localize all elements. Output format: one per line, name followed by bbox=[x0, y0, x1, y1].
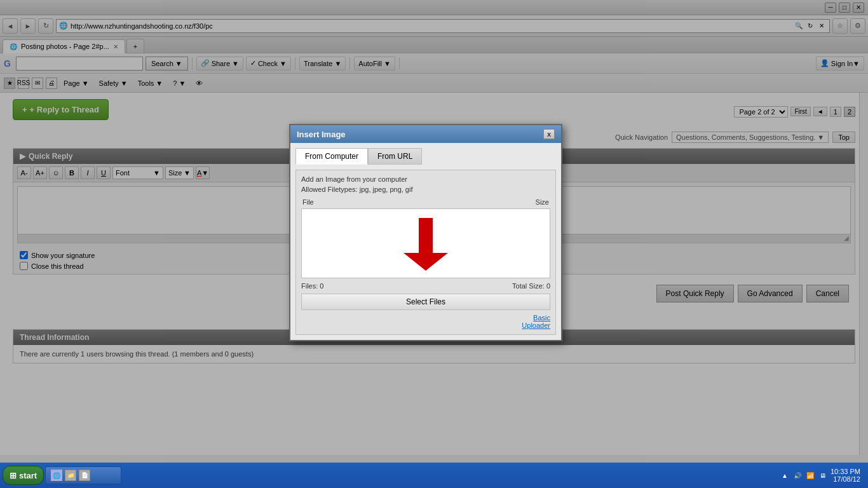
insert-image-modal: Insert Image x From Computer From URL Ad… bbox=[289, 124, 562, 341]
network-icon[interactable]: 📶 bbox=[805, 470, 815, 480]
modal-title: Insert Image bbox=[297, 130, 346, 139]
size-col-header: Size bbox=[536, 198, 549, 206]
red-arrow-svg bbox=[403, 215, 448, 272]
clock: 10:33 PM 17/08/12 bbox=[831, 468, 860, 483]
date: 17/08/12 bbox=[831, 475, 860, 483]
total-size: Total Size: 0 bbox=[512, 282, 550, 290]
modal-body: From Computer From URL Add an Image from… bbox=[290, 143, 561, 340]
file-drop-area[interactable] bbox=[301, 208, 550, 278]
time: 10:33 PM bbox=[831, 468, 860, 475]
file-table-header: File Size bbox=[301, 198, 550, 206]
ie-taskbar-button[interactable]: 🌐 📁 📄 bbox=[45, 466, 121, 484]
red-arrow-indicator bbox=[403, 215, 448, 272]
modal-tabs: From Computer From URL bbox=[295, 148, 556, 165]
start-label: start bbox=[19, 471, 37, 480]
doc-taskbar-icon: 📄 bbox=[79, 470, 90, 481]
from-url-tab[interactable]: From URL bbox=[368, 148, 422, 165]
windows-icon: ⊞ bbox=[10, 471, 17, 480]
from-computer-tab[interactable]: From Computer bbox=[295, 148, 368, 165]
modal-content-area: Add an Image from your computer Allowed … bbox=[295, 170, 556, 335]
file-col-header: File bbox=[302, 198, 314, 206]
modal-desc2: Allowed Filetypes: jpg, jpeg, png, gif bbox=[301, 186, 550, 193]
modal-close-button[interactable]: x bbox=[543, 129, 555, 139]
select-files-button[interactable]: Select Files bbox=[301, 294, 550, 310]
start-button[interactable]: ⊞ start bbox=[3, 466, 44, 485]
tray-arrow-icon[interactable]: ▲ bbox=[780, 470, 790, 480]
system-tray: ▲ 🔊 📶 🖥 10:33 PM 17/08/12 bbox=[775, 468, 865, 483]
modal-overlay: Insert Image x From Computer From URL Ad… bbox=[0, 0, 868, 488]
svg-rect-0 bbox=[419, 218, 433, 253]
file-footer: Files: 0 Total Size: 0 bbox=[301, 282, 550, 290]
ie-icon: 🌐 bbox=[51, 470, 62, 481]
folder-taskbar-icon: 📁 bbox=[65, 470, 76, 481]
monitor-icon[interactable]: 🖥 bbox=[818, 470, 828, 480]
svg-marker-1 bbox=[403, 253, 448, 271]
modal-title-bar: Insert Image x bbox=[290, 125, 561, 143]
files-count: Files: 0 bbox=[301, 282, 323, 290]
volume-icon[interactable]: 🔊 bbox=[792, 470, 803, 480]
modal-desc1: Add an Image from your computer bbox=[301, 175, 550, 183]
taskbar: ⊞ start 🌐 📁 📄 ▲ 🔊 📶 🖥 10:33 PM 17/08/12 bbox=[0, 463, 868, 488]
basic-uploader-link[interactable]: Basic Uploader bbox=[301, 314, 550, 329]
